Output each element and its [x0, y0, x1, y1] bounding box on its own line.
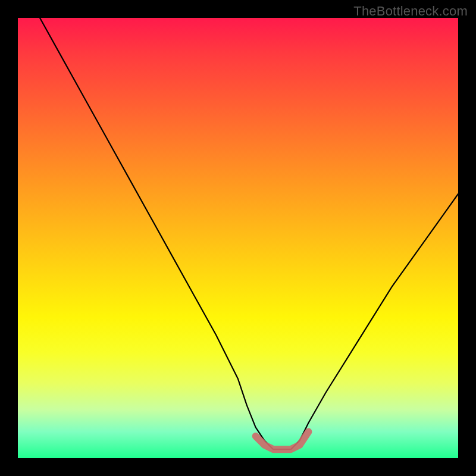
curve-path — [40, 18, 458, 449]
chart-svg — [18, 18, 458, 458]
plot-area — [18, 18, 458, 458]
chart-frame: TheBottleneck.com — [0, 0, 476, 476]
watermark-text: TheBottleneck.com — [353, 4, 468, 19]
highlight-path — [256, 432, 309, 450]
